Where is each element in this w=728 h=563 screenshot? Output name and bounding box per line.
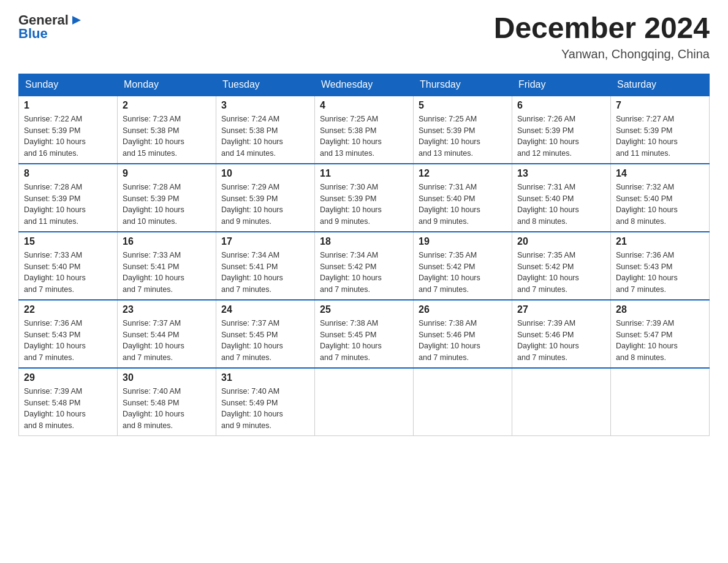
calendar-day-2: 2 Sunrise: 7:23 AM Sunset: 5:38 PM Dayli… — [118, 96, 216, 164]
day-number: 13 — [517, 168, 605, 179]
day-info: Sunrise: 7:38 AM Sunset: 5:46 PM Dayligh… — [419, 318, 507, 364]
day-number: 14 — [616, 168, 704, 179]
day-number: 17 — [221, 236, 309, 247]
calendar-empty — [414, 368, 512, 436]
calendar-table: SundayMondayTuesdayWednesdayThursdayFrid… — [18, 74, 710, 436]
day-info: Sunrise: 7:37 AM Sunset: 5:44 PM Dayligh… — [123, 318, 211, 364]
calendar-day-22: 22 Sunrise: 7:36 AM Sunset: 5:43 PM Dayl… — [19, 300, 118, 368]
day-info: Sunrise: 7:39 AM Sunset: 5:46 PM Dayligh… — [517, 318, 605, 364]
day-number: 2 — [123, 100, 211, 111]
calendar-day-14: 14 Sunrise: 7:32 AM Sunset: 5:40 PM Dayl… — [611, 164, 710, 232]
calendar-day-10: 10 Sunrise: 7:29 AM Sunset: 5:39 PM Dayl… — [216, 164, 315, 232]
location-title: Yanwan, Chongqing, China — [494, 47, 710, 61]
day-number: 26 — [419, 304, 507, 315]
header-saturday: Saturday — [611, 74, 710, 96]
calendar-week-2: 8 Sunrise: 7:28 AM Sunset: 5:39 PM Dayli… — [19, 164, 710, 232]
header-friday: Friday — [512, 74, 611, 96]
day-number: 30 — [123, 372, 211, 383]
calendar-day-3: 3 Sunrise: 7:24 AM Sunset: 5:38 PM Dayli… — [216, 96, 315, 164]
day-number: 21 — [616, 236, 704, 247]
day-info: Sunrise: 7:34 AM Sunset: 5:42 PM Dayligh… — [320, 250, 408, 296]
day-number: 9 — [123, 168, 211, 179]
day-number: 6 — [517, 100, 605, 111]
logo-triangle-icon — [70, 13, 83, 27]
calendar-header-row: SundayMondayTuesdayWednesdayThursdayFrid… — [19, 74, 710, 96]
day-info: Sunrise: 7:34 AM Sunset: 5:41 PM Dayligh… — [221, 250, 309, 296]
day-number: 22 — [24, 304, 112, 315]
day-info: Sunrise: 7:39 AM Sunset: 5:47 PM Dayligh… — [616, 318, 704, 364]
day-number: 7 — [616, 100, 704, 111]
calendar-day-7: 7 Sunrise: 7:27 AM Sunset: 5:39 PM Dayli… — [611, 96, 710, 164]
day-number: 16 — [123, 236, 211, 247]
day-info: Sunrise: 7:22 AM Sunset: 5:39 PM Dayligh… — [24, 113, 112, 159]
day-number: 12 — [419, 168, 507, 179]
calendar-day-25: 25 Sunrise: 7:38 AM Sunset: 5:45 PM Dayl… — [315, 300, 414, 368]
day-info: Sunrise: 7:25 AM Sunset: 5:39 PM Dayligh… — [419, 113, 507, 159]
day-number: 15 — [24, 236, 112, 247]
calendar-day-29: 29 Sunrise: 7:39 AM Sunset: 5:48 PM Dayl… — [19, 368, 118, 436]
calendar-day-13: 13 Sunrise: 7:31 AM Sunset: 5:40 PM Dayl… — [512, 164, 611, 232]
header-tuesday: Tuesday — [216, 74, 315, 96]
month-title: December 2024 — [494, 12, 710, 45]
day-number: 11 — [320, 168, 408, 179]
day-number: 31 — [221, 372, 309, 383]
day-number: 1 — [24, 100, 112, 111]
calendar-day-16: 16 Sunrise: 7:33 AM Sunset: 5:41 PM Dayl… — [118, 232, 216, 300]
calendar-empty — [512, 368, 611, 436]
calendar-week-5: 29 Sunrise: 7:39 AM Sunset: 5:48 PM Dayl… — [19, 368, 710, 436]
day-number: 5 — [419, 100, 507, 111]
header-thursday: Thursday — [414, 74, 512, 96]
day-number: 28 — [616, 304, 704, 315]
day-info: Sunrise: 7:33 AM Sunset: 5:40 PM Dayligh… — [24, 250, 112, 296]
calendar-day-12: 12 Sunrise: 7:31 AM Sunset: 5:40 PM Dayl… — [414, 164, 512, 232]
calendar-day-6: 6 Sunrise: 7:26 AM Sunset: 5:39 PM Dayli… — [512, 96, 611, 164]
day-number: 24 — [221, 304, 309, 315]
day-info: Sunrise: 7:31 AM Sunset: 5:40 PM Dayligh… — [419, 182, 507, 228]
calendar-day-20: 20 Sunrise: 7:35 AM Sunset: 5:42 PM Dayl… — [512, 232, 611, 300]
page-header: General Blue December 2024 Yanwan, Chong… — [18, 12, 710, 61]
calendar-day-9: 9 Sunrise: 7:28 AM Sunset: 5:39 PM Dayli… — [118, 164, 216, 232]
calendar-empty — [315, 368, 414, 436]
calendar-day-4: 4 Sunrise: 7:25 AM Sunset: 5:38 PM Dayli… — [315, 96, 414, 164]
day-info: Sunrise: 7:28 AM Sunset: 5:39 PM Dayligh… — [24, 182, 112, 228]
day-number: 18 — [320, 236, 408, 247]
calendar-day-31: 31 Sunrise: 7:40 AM Sunset: 5:49 PM Dayl… — [216, 368, 315, 436]
calendar-day-23: 23 Sunrise: 7:37 AM Sunset: 5:44 PM Dayl… — [118, 300, 216, 368]
calendar-day-28: 28 Sunrise: 7:39 AM Sunset: 5:47 PM Dayl… — [611, 300, 710, 368]
day-info: Sunrise: 7:33 AM Sunset: 5:41 PM Dayligh… — [123, 250, 211, 296]
day-info: Sunrise: 7:24 AM Sunset: 5:38 PM Dayligh… — [221, 113, 309, 159]
day-info: Sunrise: 7:32 AM Sunset: 5:40 PM Dayligh… — [616, 182, 704, 228]
calendar-day-27: 27 Sunrise: 7:39 AM Sunset: 5:46 PM Dayl… — [512, 300, 611, 368]
day-info: Sunrise: 7:31 AM Sunset: 5:40 PM Dayligh… — [517, 182, 605, 228]
calendar-day-19: 19 Sunrise: 7:35 AM Sunset: 5:42 PM Dayl… — [414, 232, 512, 300]
day-info: Sunrise: 7:36 AM Sunset: 5:43 PM Dayligh… — [24, 318, 112, 364]
calendar-week-3: 15 Sunrise: 7:33 AM Sunset: 5:40 PM Dayl… — [19, 232, 710, 300]
header-sunday: Sunday — [19, 74, 118, 96]
day-number: 23 — [123, 304, 211, 315]
calendar-day-1: 1 Sunrise: 7:22 AM Sunset: 5:39 PM Dayli… — [19, 96, 118, 164]
day-info: Sunrise: 7:35 AM Sunset: 5:42 PM Dayligh… — [517, 250, 605, 296]
calendar-day-5: 5 Sunrise: 7:25 AM Sunset: 5:39 PM Dayli… — [414, 96, 512, 164]
day-info: Sunrise: 7:26 AM Sunset: 5:39 PM Dayligh… — [517, 113, 605, 159]
day-number: 4 — [320, 100, 408, 111]
day-number: 8 — [24, 168, 112, 179]
header-monday: Monday — [118, 74, 216, 96]
logo-blue-text: Blue — [18, 26, 48, 42]
day-info: Sunrise: 7:30 AM Sunset: 5:39 PM Dayligh… — [320, 182, 408, 228]
day-info: Sunrise: 7:27 AM Sunset: 5:39 PM Dayligh… — [616, 113, 704, 159]
day-info: Sunrise: 7:40 AM Sunset: 5:48 PM Dayligh… — [123, 386, 211, 432]
day-info: Sunrise: 7:35 AM Sunset: 5:42 PM Dayligh… — [419, 250, 507, 296]
day-info: Sunrise: 7:37 AM Sunset: 5:45 PM Dayligh… — [221, 318, 309, 364]
logo: General Blue — [18, 12, 83, 42]
day-number: 27 — [517, 304, 605, 315]
day-info: Sunrise: 7:38 AM Sunset: 5:45 PM Dayligh… — [320, 318, 408, 364]
header-wednesday: Wednesday — [315, 74, 414, 96]
calendar-empty — [611, 368, 710, 436]
day-info: Sunrise: 7:40 AM Sunset: 5:49 PM Dayligh… — [221, 386, 309, 432]
day-info: Sunrise: 7:39 AM Sunset: 5:48 PM Dayligh… — [24, 386, 112, 432]
calendar-day-26: 26 Sunrise: 7:38 AM Sunset: 5:46 PM Dayl… — [414, 300, 512, 368]
day-info: Sunrise: 7:25 AM Sunset: 5:38 PM Dayligh… — [320, 113, 408, 159]
calendar-day-18: 18 Sunrise: 7:34 AM Sunset: 5:42 PM Dayl… — [315, 232, 414, 300]
calendar-day-24: 24 Sunrise: 7:37 AM Sunset: 5:45 PM Dayl… — [216, 300, 315, 368]
day-number: 20 — [517, 236, 605, 247]
